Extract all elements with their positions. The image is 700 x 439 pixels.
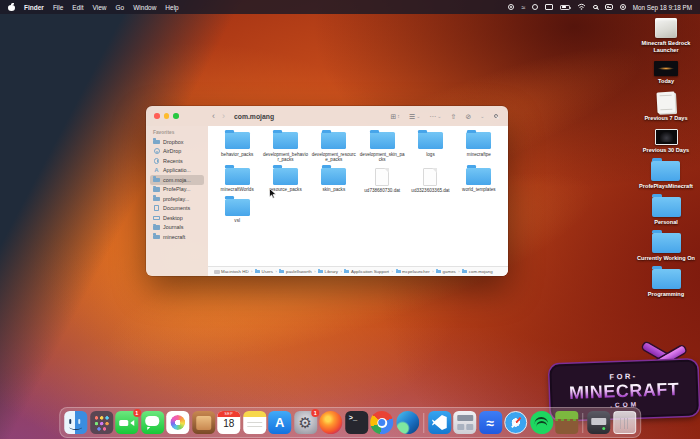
toolbar-overflow-icon[interactable]: ⌄ [480,114,484,119]
file-item-world-templates[interactable]: world_templates [456,168,502,194]
dock-calendar-icon[interactable]: SEP 18 [217,411,240,434]
menu-help[interactable]: Help [165,4,178,11]
sidebar-item-desktop[interactable]: Desktop [150,213,204,223]
file-item-development-skin-packs[interactable]: development_skin_packs [359,132,405,163]
menu-file[interactable]: File [53,4,63,11]
dock-notes-icon[interactable] [243,411,266,434]
desktop-item-minecraft-bedrock-launcher[interactable]: Minecraft Bedrock Launcher [637,18,695,54]
dock-messages-icon[interactable] [141,411,164,434]
record-icon[interactable] [508,4,514,10]
share-icon[interactable]: ⇧ [451,113,457,120]
sidebar-item-recents[interactable]: Recents [150,156,204,166]
sidebar-item-label: Journals [163,224,183,230]
sidebar-item-documents[interactable]: Documents [150,204,204,214]
dock-gallery-icon[interactable] [453,411,476,434]
dock-photo-booth-icon[interactable] [192,411,215,434]
zoom-button[interactable] [173,113,179,119]
file-item-logs[interactable]: logs [407,132,453,163]
timer-icon[interactable] [532,4,538,10]
wave-icon[interactable]: ≈ [521,4,525,11]
desktop-item-personal[interactable]: Personal [652,197,681,226]
path-segment-com-mojang[interactable]: com.mojang [462,269,492,274]
desktop-item-currently-working-on[interactable]: Currently Working On [637,233,695,262]
menu-edit[interactable]: Edit [72,4,83,11]
dock-vscode-icon[interactable] [428,411,451,434]
sidebar-item-journals[interactable]: Journals [150,223,204,233]
dock-printer-icon[interactable] [587,411,610,434]
dock-app-store-icon[interactable] [268,411,291,434]
dock-launchpad-icon[interactable] [90,411,113,434]
group-by-icon[interactable]: ☰⌄ [409,113,420,120]
menu-finder[interactable]: Finder [24,4,44,11]
dock-photos-icon[interactable] [166,411,189,434]
battery-icon[interactable] [560,5,570,10]
path-segment-mcpelauncher[interactable]: mcpelauncher [396,269,430,274]
desktop-item-profeplaysminecraft[interactable]: ProfePlaysMinecraft [639,161,693,190]
path-segment-users[interactable]: Users [255,269,273,274]
file-item-vsl[interactable]: vsl [214,199,260,224]
control-center-icon[interactable] [605,4,613,10]
path-segment-application-support[interactable]: Application Support [344,269,389,274]
path-segment-library[interactable]: Library [318,269,338,274]
view-options-icon[interactable]: ⊞↕ [390,113,399,120]
dock-settings-icon[interactable]: 1 [294,411,317,434]
dock-firefox-icon[interactable] [319,411,342,434]
actions-menu-icon[interactable]: ⋯⌄ [429,113,441,120]
folder-icon [153,138,160,145]
file-item-minecraftworlds[interactable]: minecraftWorlds [214,168,260,194]
search-icon[interactable] [593,5,598,10]
sidebar-item-airdrop[interactable]: AirDrop [150,147,204,157]
back-button[interactable]: ‹ [212,112,215,121]
menu-go[interactable]: Go [116,4,125,11]
sidebar-item-com-mojang[interactable]: com.moja... [150,175,204,185]
siri-icon[interactable] [620,4,626,10]
sidebar-item-dropbox[interactable]: Dropbox [150,137,204,147]
forward-button[interactable]: › [222,112,225,121]
file-item-minecraftpe[interactable]: minecraftpe [456,132,502,163]
desktop-item-previous-7-days[interactable]: Previous 7 Days [644,92,687,122]
folder-icon [321,132,346,149]
close-button[interactable] [154,113,160,119]
file-item-skin-packs[interactable]: skin_packs [311,168,357,194]
file-item-development-resource-packs[interactable]: development_resource_packs [311,132,357,163]
app-box-icon [655,18,677,38]
dock-facetime-icon[interactable]: 1 [115,411,138,434]
desktop-label: Today [658,78,674,85]
menu-clock[interactable]: Mon Sep 18 9:18 PM [633,4,692,11]
dock-chrome-icon[interactable] [370,411,393,434]
file-item-dat-2[interactable]: ud3323603365.dat [407,168,453,194]
keyboard-icon[interactable] [545,4,553,10]
minimize-button[interactable] [164,113,170,119]
apple-menu-icon[interactable] [8,3,15,11]
sidebar-item-profeplay1[interactable]: ProfePlay... [150,185,204,195]
desktop-item-today[interactable]: Today [654,61,678,85]
path-segment-macintosh-hd[interactable]: Macintosh HD [214,269,249,274]
sidebar-item-applications[interactable]: AApplicatio... [150,166,204,176]
file-item-behavior-packs[interactable]: behavior_packs [214,132,260,163]
dock-minecraft-icon[interactable] [555,411,578,434]
sidebar-item-minecraft[interactable]: minecraft [150,232,204,242]
tag-icon[interactable]: ⊘ [465,113,471,120]
desktop-label: Currently Working On [637,255,695,262]
dock-flow-icon[interactable] [479,411,502,434]
window-titlebar[interactable]: ‹ › com.mojang ⊞↕ ☰⌄ ⋯⌄ ⇧ ⊘ ⌄ [146,106,508,126]
dock-edge-icon[interactable] [396,411,419,434]
file-item-development-behavior-packs[interactable]: development_behavior_packs [262,132,308,163]
window-search-icon[interactable] [494,114,499,119]
framed-image-icon [655,129,678,145]
dock-trash-icon[interactable] [613,411,636,434]
sidebar-item-profeplay2[interactable]: profeplay... [150,194,204,204]
dock-terminal-icon[interactable] [345,411,368,434]
desktop-item-previous-30-days[interactable]: Previous 30 Days [643,129,689,154]
dock-spotify-icon[interactable] [530,411,553,434]
menu-window[interactable]: Window [133,4,156,11]
wifi-icon[interactable] [577,3,586,11]
desktop-item-programming[interactable]: Programming [648,269,684,298]
file-item-dat-1[interactable]: ud738680730.dat [359,168,405,194]
dock-safari-icon[interactable] [504,411,527,434]
dock-finder-icon[interactable] [64,411,87,434]
menu-view[interactable]: View [93,4,107,11]
traffic-lights [146,113,208,119]
path-segment-games[interactable]: games [436,269,456,274]
path-segment-user[interactable]: paulellsworth [279,269,311,274]
